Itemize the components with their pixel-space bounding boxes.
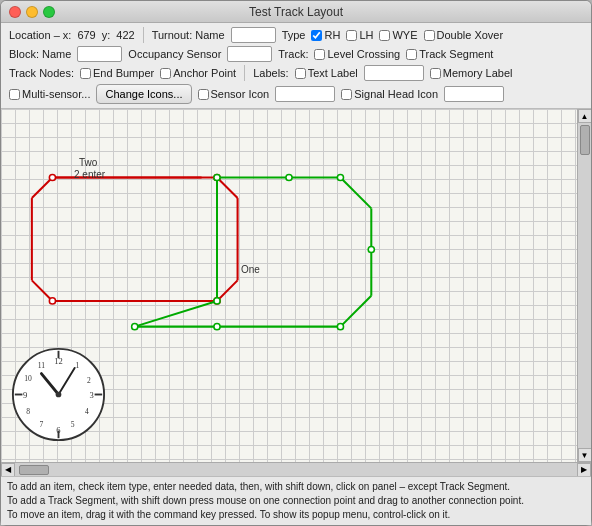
labels-label: Labels:	[253, 67, 288, 79]
scroll-right-button[interactable]: ▶	[577, 463, 591, 477]
level-crossing-checkbox[interactable]	[314, 49, 325, 60]
block-name-input[interactable]	[77, 46, 122, 62]
level-crossing-checkbox-wrap: Level Crossing	[314, 48, 400, 60]
canvas-area: Two 2 enter One 12 3 6	[1, 109, 591, 462]
track-segment-checkbox-wrap: Track Segment	[406, 48, 493, 60]
scroll-thumb-horizontal[interactable]	[19, 465, 49, 475]
maximize-button[interactable]	[43, 6, 55, 18]
scroll-up-button[interactable]: ▲	[578, 109, 592, 123]
scroll-track-horizontal	[15, 463, 577, 477]
double-xover-checkbox-wrap: Double Xover	[424, 29, 504, 41]
svg-point-24	[214, 324, 220, 330]
sep2	[244, 65, 245, 81]
window-title: Test Track Layout	[249, 5, 343, 19]
svg-text:7: 7	[40, 420, 44, 429]
svg-point-10	[214, 298, 220, 304]
signal-head-icon-label: Signal Head Icon	[354, 88, 438, 100]
anchor-point-checkbox[interactable]	[160, 68, 171, 79]
y-value: 422	[116, 29, 134, 41]
svg-point-26	[214, 298, 220, 304]
title-bar: Test Track Layout	[1, 1, 591, 23]
sensor-icon-checkbox[interactable]	[198, 89, 209, 100]
svg-text:10: 10	[24, 374, 32, 383]
text-label-checkbox[interactable]	[295, 68, 306, 79]
label-two: Two	[79, 157, 97, 168]
sensor-icon-input[interactable]	[275, 86, 335, 102]
window-controls	[9, 6, 55, 18]
lh-checkbox[interactable]	[346, 30, 357, 41]
toolbar-row-3: Track Nodes: End Bumper Anchor Point Lab…	[9, 65, 583, 81]
scroll-down-button[interactable]: ▼	[578, 448, 592, 462]
rh-checkbox-wrap: RH	[311, 29, 340, 41]
svg-text:11: 11	[38, 361, 46, 370]
wye-label: WYE	[392, 29, 417, 41]
svg-text:3: 3	[90, 390, 94, 400]
x-value: 679	[77, 29, 95, 41]
y-label: y:	[102, 29, 111, 41]
text-label-input[interactable]	[364, 65, 424, 81]
svg-point-9	[214, 174, 220, 180]
svg-line-5	[32, 280, 53, 301]
toolbar-row-1: Location – x: 679 y: 422 Turnout: Name T…	[9, 27, 583, 43]
grid-canvas[interactable]: Two 2 enter One 12 3 6	[1, 109, 577, 462]
sensor-icon-checkbox-wrap: Sensor Icon	[198, 88, 270, 100]
svg-text:6: 6	[56, 425, 61, 435]
signal-head-icon-checkbox-wrap: Signal Head Icon	[341, 88, 438, 100]
turnout-label: Turnout: Name	[152, 29, 225, 41]
status-line-1: To add an item, check item type, enter n…	[7, 480, 585, 494]
turnout-name-input[interactable]	[231, 27, 276, 43]
signal-head-icon-checkbox[interactable]	[341, 89, 352, 100]
double-xover-checkbox[interactable]	[424, 30, 435, 41]
rh-checkbox[interactable]	[311, 30, 322, 41]
track-segment-label: Track Segment	[419, 48, 493, 60]
multi-sensor-checkbox-wrap: Multi-sensor...	[9, 88, 90, 100]
level-crossing-label: Level Crossing	[327, 48, 400, 60]
clock-svg: 12 3 6 9 1 2 4 5 7	[11, 347, 106, 442]
scroll-thumb-vertical[interactable]	[580, 125, 590, 155]
toolbar-row-2: Block: Name Occupancy Sensor Track: Leve…	[9, 46, 583, 62]
anchor-point-checkbox-wrap: Anchor Point	[160, 67, 236, 79]
svg-line-3	[217, 280, 238, 301]
scroll-track-vertical	[578, 123, 592, 448]
sensor-icon-label: Sensor Icon	[211, 88, 270, 100]
scroll-left-button[interactable]: ◀	[1, 463, 15, 477]
type-label: Type	[282, 29, 306, 41]
svg-text:8: 8	[26, 407, 30, 416]
occupancy-label: Occupancy Sensor	[128, 48, 221, 60]
end-bumper-checkbox[interactable]	[80, 68, 91, 79]
change-icons-button[interactable]: Change Icons...	[96, 84, 191, 104]
memory-label-checkbox[interactable]	[430, 68, 441, 79]
svg-text:1: 1	[76, 361, 80, 370]
minimize-button[interactable]	[26, 6, 38, 18]
svg-point-22	[368, 246, 374, 252]
track-segment-checkbox[interactable]	[406, 49, 417, 60]
wye-checkbox-wrap: WYE	[379, 29, 417, 41]
close-button[interactable]	[9, 6, 21, 18]
label-two-enter: 2 enter	[74, 169, 105, 180]
end-bumper-checkbox-wrap: End Bumper	[80, 67, 154, 79]
svg-text:12: 12	[54, 356, 63, 366]
clock-widget: 12 3 6 9 1 2 4 5 7	[11, 347, 106, 442]
memory-label-label: Memory Label	[443, 67, 513, 79]
memory-label-checkbox-wrap: Memory Label	[430, 67, 513, 79]
status-line-3: To move an item, drag it with the comman…	[7, 508, 585, 522]
green-track	[132, 174, 375, 329]
multi-sensor-checkbox[interactable]	[9, 89, 20, 100]
toolbar: Location – x: 679 y: 422 Turnout: Name T…	[1, 23, 591, 109]
svg-line-17	[135, 301, 217, 327]
svg-point-46	[56, 392, 62, 398]
svg-point-21	[337, 174, 343, 180]
svg-point-11	[49, 298, 55, 304]
rh-label: RH	[324, 29, 340, 41]
track-nodes-label: Track Nodes:	[9, 67, 74, 79]
svg-point-25	[132, 324, 138, 330]
scrollbar-bottom: ◀ ▶	[1, 462, 591, 476]
svg-line-15	[340, 296, 371, 327]
text-label-label: Text Label	[308, 67, 358, 79]
lh-checkbox-wrap: LH	[346, 29, 373, 41]
signal-head-icon-input[interactable]	[444, 86, 504, 102]
status-line-2: To add a Track Segment, with shift down …	[7, 494, 585, 508]
svg-point-8	[49, 174, 55, 180]
wye-checkbox[interactable]	[379, 30, 390, 41]
occupancy-sensor-input[interactable]	[227, 46, 272, 62]
